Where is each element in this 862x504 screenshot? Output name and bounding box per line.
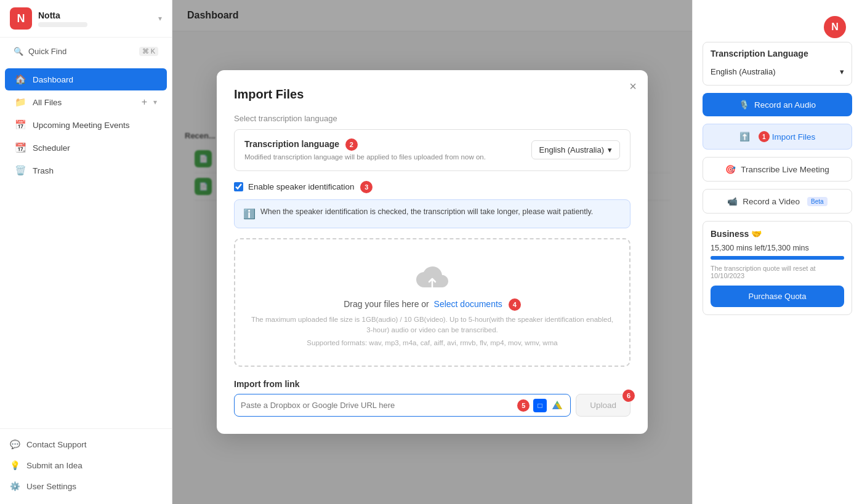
sidebar: N Notta ▾ 🔍 Quick Find ⌘ K 🏠 Dashboard 📁…	[0, 0, 172, 504]
search-icon: 🔍	[14, 47, 23, 56]
info-icon: ℹ️	[243, 207, 256, 222]
transcription-language-box: Transcription Language English (Australi…	[703, 42, 852, 86]
link-input-row: 5 □ Upload	[234, 394, 630, 417]
import-files-modal: × Import Files Select transcription lang…	[217, 70, 648, 434]
import-files-button[interactable]: ⬆️ 1 Import Files	[703, 124, 852, 150]
import-icon: ⬆️	[739, 132, 750, 142]
scheduler-icon: 📆	[15, 142, 26, 153]
language-value: English (Australia)	[711, 67, 776, 76]
sidebar-item-trash[interactable]: 🗑️ Trash	[5, 159, 167, 182]
transcription-lang-desc: Modified transcription language will be …	[244, 152, 486, 162]
upload-sub-text2: Supported formats: wav, mp3, m4a, caf, a…	[248, 338, 617, 348]
quick-find-shortcut: ⌘ K	[139, 47, 158, 56]
business-title: Business 🤝	[711, 229, 844, 239]
step-badge-4: 4	[509, 298, 521, 311]
import-link-section: Import from link 5 □	[234, 379, 630, 417]
panel-section-title: Transcription Language	[711, 49, 844, 58]
quick-find-label: Quick Find	[28, 47, 66, 56]
add-file-icon[interactable]: +	[142, 97, 147, 108]
google-drive-icon	[550, 399, 564, 412]
step-badge-3: 3	[360, 181, 373, 193]
upload-zone[interactable]: Drag your files here or Select documents…	[234, 238, 630, 367]
sidebar-item-label: Trash	[33, 166, 54, 175]
link-input[interactable]	[241, 394, 514, 416]
main-content: Dashboard Recen... 📄 202... 52m... 📄 202…	[172, 0, 692, 504]
transcription-language-row: Transcription language 2 Modified transc…	[234, 129, 630, 171]
progress-bar-fill	[711, 256, 844, 260]
sidebar-nav: 🏠 Dashboard 📁 All Files + ▾ 📅 Upcoming M…	[0, 65, 172, 428]
sidebar-footer: 💬 Contact Support 💡 Submit an Idea ⚙️ Us…	[0, 428, 172, 504]
modal-backdrop: × Import Files Select transcription lang…	[172, 0, 692, 504]
transcribe-icon: 🎯	[725, 164, 736, 174]
calendar-icon: 📅	[15, 119, 26, 130]
sidebar-item-user-settings[interactable]: ⚙️ User Settings	[0, 476, 172, 497]
drag-text: Drag your files here or Select documents…	[248, 298, 617, 311]
transcription-lang-title: Transcription language 2	[244, 138, 486, 151]
files-icon: 📁	[15, 97, 26, 108]
record-video-button[interactable]: 📹 Record a Video Beta	[703, 189, 852, 214]
close-button[interactable]: ×	[629, 80, 637, 92]
beta-badge: Beta	[807, 197, 828, 206]
section-label: Select transcription language	[234, 114, 630, 123]
support-icon: 💬	[10, 439, 20, 449]
chevron-down-icon: ▾	[158, 14, 162, 23]
sidebar-item-label: Scheduler	[33, 143, 70, 153]
right-panel: N Transcription Language English (Austra…	[692, 0, 862, 504]
dashboard-icon: 🏠	[15, 74, 26, 85]
link-input-wrapper: 5 □	[234, 394, 571, 417]
info-box: ℹ️ When the speaker identification is ch…	[234, 199, 630, 228]
progress-bar	[711, 256, 844, 260]
business-box: Business 🤝 15,300 mins left/15,300 mins …	[703, 221, 852, 315]
footer-item-label: User Settings	[26, 482, 76, 491]
upload-sub-text1: The maximum uploaded file size is 1GB(au…	[248, 314, 617, 336]
sidebar-item-dashboard[interactable]: 🏠 Dashboard	[5, 68, 167, 90]
step-badge-2: 2	[345, 138, 358, 151]
step-badge-5: 5	[517, 399, 530, 412]
settings-icon: ⚙️	[10, 481, 20, 491]
import-link-label: Import from link	[234, 379, 630, 389]
video-icon: 📹	[727, 196, 738, 206]
chevron-down-icon: ▾	[840, 67, 844, 76]
sidebar-item-upcoming-meeting-events[interactable]: 📅 Upcoming Meeting Events	[5, 114, 167, 136]
sidebar-item-label: All Files	[33, 98, 62, 107]
sidebar-item-submit-idea[interactable]: 💡 Submit an Idea	[0, 455, 172, 476]
transcribe-meeting-button[interactable]: 🎯 Transcribe Live Meeting	[703, 157, 852, 182]
quota-reset-text: The transcription quote will reset at 10…	[711, 265, 844, 279]
quick-find-button[interactable]: 🔍 Quick Find ⌘ K	[7, 42, 164, 60]
sidebar-header[interactable]: N Notta ▾	[0, 0, 172, 38]
user-sub	[38, 22, 87, 27]
footer-item-label: Contact Support	[26, 440, 87, 449]
select-documents-link[interactable]: Select documents	[434, 298, 502, 308]
sidebar-item-label: Upcoming Meeting Events	[33, 121, 130, 130]
user-avatar-right: N	[824, 16, 846, 38]
speaker-id-label[interactable]: Enable speaker identification 3	[248, 181, 373, 193]
sidebar-item-label: Dashboard	[33, 75, 73, 84]
record-audio-button[interactable]: 🎙️ Record an Audio	[703, 93, 852, 116]
quota-text: 15,300 mins left/15,300 mins	[711, 244, 844, 252]
info-text: When the speaker identification is check…	[260, 206, 593, 218]
footer-item-label: Submit an Idea	[26, 461, 83, 470]
speaker-id-checkbox[interactable]	[234, 182, 243, 191]
user-name: Notta	[38, 10, 87, 20]
step-badge-6: 6	[622, 390, 635, 402]
trash-icon: 🗑️	[15, 165, 26, 176]
import-badge: 1	[759, 131, 770, 142]
purchase-quota-button[interactable]: Purchase Quota	[711, 286, 844, 307]
speaker-id-row: Enable speaker identification 3	[234, 181, 630, 193]
idea-icon: 💡	[10, 460, 20, 470]
record-icon: 🎙️	[739, 100, 749, 110]
dropbox-icon: □	[533, 399, 547, 412]
chevron-down-icon: ▾	[608, 145, 612, 154]
avatar: N	[10, 7, 32, 30]
chevron-down-icon: ▾	[153, 98, 157, 106]
language-dropdown[interactable]: English (Australia) ▾	[531, 140, 621, 159]
sidebar-item-contact-support[interactable]: 💬 Contact Support	[0, 434, 172, 455]
link-icons: 5 □	[514, 399, 564, 412]
upload-button[interactable]: Upload 6	[576, 394, 630, 417]
sidebar-item-all-files[interactable]: 📁 All Files + ▾	[5, 91, 167, 113]
language-select-dropdown[interactable]: English (Australia) ▾	[711, 65, 844, 79]
sidebar-item-scheduler[interactable]: 📆 Scheduler	[5, 137, 167, 159]
modal-title: Import Files	[234, 87, 630, 102]
cloud-upload-icon	[414, 262, 451, 292]
